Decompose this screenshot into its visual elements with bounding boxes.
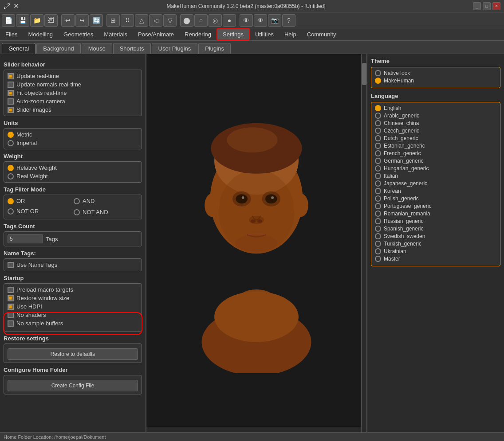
not-and-radio[interactable] <box>74 209 80 215</box>
restore-defaults-button[interactable]: Restore to defaults <box>8 348 138 360</box>
toolbar-icon3[interactable]: 📁 <box>30 14 43 27</box>
preload-macro-checkbox[interactable] <box>8 287 14 293</box>
tab-shortcuts[interactable]: Shortcuts <box>113 43 151 54</box>
toolbar-help[interactable]: ? <box>282 14 295 27</box>
scrollbar-thumb[interactable] <box>362 63 366 85</box>
lang-ukrainian-radio[interactable] <box>375 248 381 254</box>
toolbar-grid[interactable]: ⊞ <box>106 14 120 27</box>
no-sample-buffers-checkbox[interactable] <box>8 320 14 327</box>
native-look-radio[interactable] <box>375 70 381 76</box>
toolbar-icon4[interactable]: 🖼 <box>44 14 58 27</box>
lang-french-label: French_generic <box>384 150 421 156</box>
lang-master-label: Master <box>384 256 400 262</box>
toolbar-c3[interactable]: ◎ <box>209 14 222 27</box>
toolbar-t3[interactable]: ▽ <box>163 14 177 27</box>
update-normals-row: Update normals real-time <box>8 81 138 88</box>
lang-dutch-radio[interactable] <box>375 135 381 141</box>
tab-user-plugins[interactable]: User Plugins <box>152 43 198 54</box>
maximize-button[interactable]: □ <box>483 2 491 10</box>
viewport-scrollbar[interactable] <box>361 54 366 432</box>
or-radio[interactable] <box>8 198 14 204</box>
lang-chinese-radio[interactable] <box>375 120 381 126</box>
toolbar-refresh[interactable]: 🔄 <box>90 14 103 27</box>
lang-spanish-radio[interactable] <box>375 226 381 232</box>
close-button[interactable]: × <box>492 2 500 10</box>
toolbar-redo[interactable]: ↪ <box>75 14 89 27</box>
makehuman-theme-radio[interactable] <box>375 78 381 84</box>
viewport-hscrollbar[interactable] <box>146 427 361 432</box>
use-name-tags-checkbox[interactable] <box>8 262 14 268</box>
menu-geometries[interactable]: Geometries <box>58 28 98 40</box>
imperial-radio[interactable] <box>8 140 14 146</box>
lang-german-radio[interactable] <box>375 158 381 164</box>
lang-english-radio[interactable] <box>375 105 381 111</box>
lang-estonian-radio[interactable] <box>375 143 381 149</box>
toolbar-snap[interactable]: 📷 <box>268 14 281 27</box>
menu-modelling[interactable]: Modelling <box>23 28 58 40</box>
lang-polish-radio[interactable] <box>375 195 381 202</box>
toolbar-new[interactable]: 📄 <box>2 14 15 27</box>
menu-settings[interactable]: Settings <box>217 28 250 40</box>
lang-korean-radio[interactable] <box>375 188 381 194</box>
menu-files[interactable]: Files <box>0 28 23 40</box>
toolbar-undo[interactable]: ↩ <box>61 14 75 27</box>
auto-zoom-label: Auto-zoom camera <box>16 98 65 105</box>
toolbar-t2[interactable]: ◁ <box>149 14 162 27</box>
menu-community[interactable]: Community <box>302 28 342 40</box>
use-hdpi-checkbox[interactable] <box>8 304 14 310</box>
tab-bar: General Background Mouse Shortcuts User … <box>0 41 504 54</box>
lang-italian-radio[interactable] <box>375 173 381 179</box>
lang-swedish-radio[interactable] <box>375 233 381 239</box>
toolbar-t1[interactable]: △ <box>135 14 148 27</box>
toolbar-dots[interactable]: ⠿ <box>121 14 134 27</box>
no-shaders-checkbox[interactable] <box>8 312 14 318</box>
tab-background[interactable]: Background <box>36 43 80 54</box>
tags-count-input[interactable] <box>8 234 43 243</box>
tab-plugins[interactable]: Plugins <box>198 43 231 54</box>
lang-russian-radio[interactable] <box>375 218 381 224</box>
lang-hungarian-radio[interactable] <box>375 165 381 172</box>
lang-portuguese-radio[interactable] <box>375 203 381 209</box>
tab-mouse[interactable]: Mouse <box>82 43 112 54</box>
tab-general[interactable]: General <box>2 43 35 54</box>
or-row: OR <box>8 198 72 204</box>
metric-radio[interactable] <box>8 132 14 138</box>
update-realtime-checkbox[interactable] <box>8 73 14 79</box>
toolbar-c2[interactable]: ○ <box>194 14 208 27</box>
minimize-button[interactable]: _ <box>473 2 481 10</box>
create-config-button[interactable]: Create Config File <box>8 380 138 391</box>
startup-box: Preload macro targets Restore window siz… <box>4 283 142 332</box>
toolbar-eye2[interactable]: 👁 <box>254 14 267 27</box>
toolbar-c1[interactable]: ⬤ <box>180 14 193 27</box>
makehuman-theme-label: MakeHuman <box>384 78 414 84</box>
toolbar-c4[interactable]: ● <box>223 14 236 27</box>
update-normals-checkbox[interactable] <box>8 82 14 88</box>
menu-utilities[interactable]: Utilities <box>250 28 279 40</box>
relative-weight-radio[interactable] <box>8 165 14 171</box>
menu-pose-animate[interactable]: Pose/Animate <box>133 28 179 40</box>
toolbar-eye[interactable]: 👁 <box>240 14 253 27</box>
lang-arabic-radio[interactable] <box>375 113 381 119</box>
lang-french-radio[interactable] <box>375 150 381 156</box>
real-weight-radio[interactable] <box>8 173 14 180</box>
not-or-radio[interactable] <box>8 208 14 215</box>
lang-japanese-radio[interactable] <box>375 180 381 187</box>
menu-materials[interactable]: Materials <box>98 28 133 40</box>
no-sample-buffers-row: No sample buffers <box>8 320 138 327</box>
and-radio[interactable] <box>74 198 80 204</box>
restore-window-checkbox[interactable] <box>8 295 14 301</box>
menu-rendering[interactable]: Rendering <box>179 28 217 40</box>
fit-objects-checkbox[interactable] <box>8 90 14 96</box>
lang-romanian-radio[interactable] <box>375 211 381 217</box>
svg-point-14 <box>257 219 262 223</box>
auto-zoom-checkbox[interactable] <box>8 98 14 105</box>
menu-help[interactable]: Help <box>279 28 302 40</box>
lang-italian: Italian <box>375 173 496 179</box>
toolbar-save[interactable]: 💾 <box>16 14 29 27</box>
lang-master-radio[interactable] <box>375 256 381 262</box>
lang-czech-radio[interactable] <box>375 128 381 134</box>
lang-arabic-label: Arabic_generic <box>384 113 419 119</box>
slider-images-checkbox[interactable] <box>8 107 14 113</box>
lang-turkish-radio[interactable] <box>375 241 381 247</box>
window-controls[interactable]: _ □ × <box>473 2 500 10</box>
